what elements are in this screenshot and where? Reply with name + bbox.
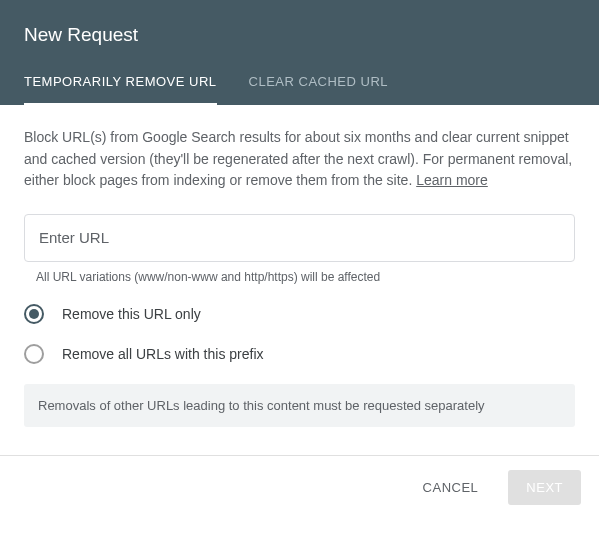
radio-unselected-icon [24,344,44,364]
description-text: Block URL(s) from Google Search results … [24,127,575,192]
notice-text: Removals of other URLs leading to this c… [24,384,575,427]
radio-selected-icon [24,304,44,324]
dialog-footer: CANCEL NEXT [0,455,599,519]
tab-temporarily-remove[interactable]: TEMPORARILY REMOVE URL [24,74,217,105]
dialog-title: New Request [24,24,575,46]
radio-remove-url-only[interactable]: Remove this URL only [24,304,575,324]
dialog-header: New Request TEMPORARILY REMOVE URL CLEAR… [0,0,599,105]
url-input-container[interactable] [24,214,575,262]
next-button[interactable]: NEXT [508,470,581,505]
url-input-hint: All URL variations (www/non-www and http… [36,270,575,284]
learn-more-link[interactable]: Learn more [416,172,488,188]
radio-remove-prefix[interactable]: Remove all URLs with this prefix [24,344,575,364]
new-request-dialog: New Request TEMPORARILY REMOVE URL CLEAR… [0,0,599,519]
tabs: TEMPORARILY REMOVE URL CLEAR CACHED URL [24,74,575,105]
radio-label-only: Remove this URL only [62,306,201,322]
description-content: Block URL(s) from Google Search results … [24,129,572,188]
cancel-button[interactable]: CANCEL [405,470,497,505]
dialog-body: Block URL(s) from Google Search results … [0,105,599,445]
radio-label-prefix: Remove all URLs with this prefix [62,346,264,362]
tab-clear-cached[interactable]: CLEAR CACHED URL [249,74,388,105]
url-input[interactable] [39,229,560,246]
